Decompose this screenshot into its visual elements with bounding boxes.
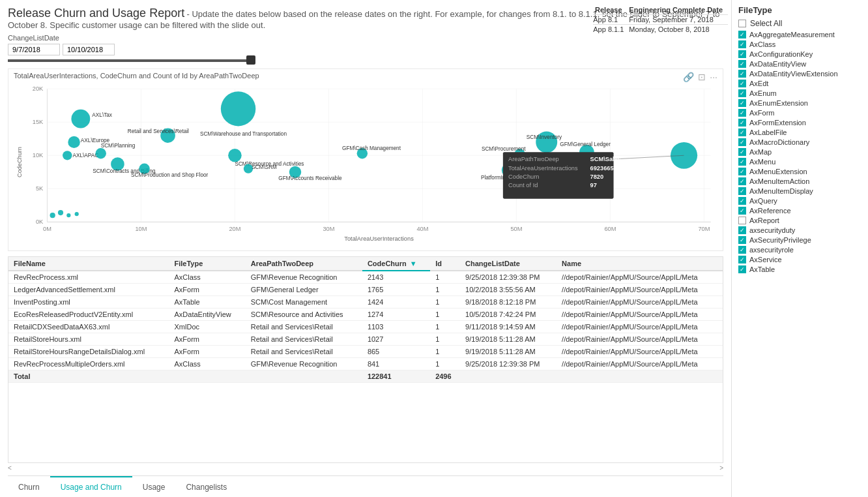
svg-text:15K: 15K (33, 119, 44, 125)
filter-item[interactable]: AxReport (738, 217, 861, 224)
filter-checkbox[interactable] (738, 256, 746, 264)
filter-checkbox[interactable] (738, 31, 746, 38)
filter-item[interactable]: AxSecurityPrivilege (738, 236, 861, 244)
cell-name: //depot/Rainier/AppMU/Source/AppIL/Meta (557, 296, 723, 309)
chart-more-icon[interactable]: ··· (710, 72, 717, 82)
col-header-filename[interactable]: FileName (8, 257, 169, 271)
filter-checkbox[interactable] (738, 138, 746, 146)
bubble-axl-apac[interactable] (63, 151, 72, 160)
select-all-label[interactable]: Select All (750, 19, 782, 28)
select-all-checkbox[interactable] (738, 20, 746, 27)
bubble-scm-sales[interactable] (671, 142, 697, 169)
cell-filename: EcoResReleasedProductV2Entity.xml (8, 309, 169, 321)
filter-item[interactable]: axsecurityrole (738, 246, 861, 254)
release-col-header: Release (593, 5, 629, 15)
filter-checkbox[interactable] (738, 207, 746, 215)
chart-section: TotalAreaUserInteractions, CodeChurn and… (8, 68, 723, 251)
filter-checkbox[interactable] (738, 60, 746, 68)
filter-items-container: AxAggregateMeasurement AxClass AxConfigu… (738, 31, 861, 273)
filter-checkbox[interactable] (738, 80, 746, 87)
filter-item[interactable]: AxEnum (738, 89, 861, 97)
col-header-date[interactable]: ChangeListDate (460, 257, 557, 271)
filter-checkbox[interactable] (738, 265, 746, 273)
filter-item[interactable]: AxService (738, 256, 861, 264)
chart-link-icon[interactable]: 🔗 (683, 72, 694, 82)
filter-item[interactable]: AxEnumExtension (738, 99, 861, 107)
col-header-codechurn[interactable]: CodeChurn ▼ (362, 257, 430, 271)
filter-item[interactable]: AxEdt (738, 80, 861, 87)
slider-track[interactable] (8, 59, 255, 62)
filter-item[interactable]: AxConfigurationKey (738, 50, 861, 58)
chart-icons: 🔗 ⊡ ··· (683, 72, 717, 82)
col-header-name[interactable]: Name (557, 257, 723, 271)
filter-checkbox[interactable] (738, 148, 746, 156)
filter-checkbox[interactable] (738, 119, 746, 127)
cell-filetype: AxForm (169, 333, 246, 346)
col-header-id[interactable]: Id (430, 257, 460, 271)
svg-text:10K: 10K (33, 152, 44, 158)
svg-text:60M: 60M (604, 226, 616, 232)
filter-item[interactable]: AxMenuItemAction (738, 177, 861, 185)
scroll-right: > (719, 464, 723, 472)
filter-checkbox[interactable] (738, 226, 746, 234)
bubble-small-1[interactable] (50, 213, 55, 218)
bubble-small-4[interactable] (75, 212, 79, 216)
col-header-filetype[interactable]: FileType (169, 257, 246, 271)
filter-checkbox[interactable] (738, 236, 746, 244)
filter-checkbox[interactable] (738, 50, 746, 58)
filter-item[interactable]: AxDataEntityView (738, 60, 861, 68)
filter-item[interactable]: AxQuery (738, 197, 861, 205)
filter-item[interactable]: AxTable (738, 265, 861, 273)
svg-text:0M: 0M (43, 226, 51, 232)
filter-checkbox[interactable] (738, 197, 746, 205)
cell-name: //depot/Rainier/AppMU/Source/AppIL/Meta (557, 346, 723, 358)
filter-checkbox[interactable] (738, 109, 746, 117)
filter-checkbox[interactable] (738, 128, 746, 136)
bubble-scm-planning[interactable] (95, 148, 106, 158)
bubble-small-3[interactable] (66, 213, 70, 217)
filter-item[interactable]: AxMacroDictionary (738, 138, 861, 146)
filter-checkbox[interactable] (738, 99, 746, 107)
filter-item[interactable]: AxAggregateMeasurement (738, 31, 861, 38)
tab-changelists[interactable]: Changelists (175, 476, 237, 497)
filter-item[interactable]: axsecurityduty (738, 226, 861, 234)
slider-end-date[interactable] (63, 44, 115, 55)
bubble-axl-tax[interactable] (71, 110, 90, 128)
tab-usage-and-churn[interactable]: Usage and Churn (50, 476, 132, 497)
filter-item[interactable]: AxForm (738, 109, 861, 117)
filter-checkbox[interactable] (738, 168, 746, 175)
filter-checkbox[interactable] (738, 40, 746, 48)
bubble-scm-warehouse[interactable] (221, 91, 255, 126)
tab-churn[interactable]: Churn (8, 476, 50, 497)
filter-checkbox[interactable] (738, 177, 746, 185)
cell-area: SCM\Resource and Activities (246, 309, 362, 321)
bubble-small-2[interactable] (58, 210, 63, 215)
chart-expand-icon[interactable]: ⊡ (698, 72, 706, 82)
filter-item[interactable]: AxMenu (738, 158, 861, 166)
bubble-axl-europe[interactable] (68, 136, 80, 148)
col-header-area[interactable]: AreaPathTwoDeep (246, 257, 362, 271)
tab-usage[interactable]: Usage (132, 476, 176, 497)
filter-checkbox[interactable] (738, 158, 746, 166)
filter-item[interactable]: AxClass (738, 40, 861, 48)
cell-id: 1 (430, 333, 460, 346)
filter-item[interactable]: AxDataEntityViewExtension (738, 70, 861, 78)
filter-checkbox[interactable] (738, 187, 746, 195)
filter-checkbox[interactable] (738, 246, 746, 254)
data-table-wrapper[interactable]: FileName FileType AreaPathTwoDeep CodeCh… (8, 256, 723, 463)
slider-start-date[interactable] (8, 44, 60, 55)
slider-thumb-right[interactable] (246, 55, 255, 65)
filter-item[interactable]: AxReference (738, 207, 861, 215)
filter-item[interactable]: AxFormExtension (738, 119, 861, 127)
filter-checkbox[interactable] (738, 89, 746, 97)
filter-checkbox[interactable] (738, 217, 746, 224)
filter-item[interactable]: AxLabelFile (738, 128, 861, 136)
filter-item[interactable]: AxMenuExtension (738, 168, 861, 175)
filter-item[interactable]: AxMap (738, 148, 861, 156)
filter-item[interactable]: AxMenuItemDisplay (738, 187, 861, 195)
filter-checkbox[interactable] (738, 70, 746, 78)
bubble-scm-resource[interactable] (228, 149, 242, 162)
slider-thumb-left[interactable] (8, 55, 17, 65)
cell-filename: RevRecProcessMultipleOrders.xml (8, 358, 169, 370)
cell-filename: RetailStoreHoursRangeDetailsDialog.xml (8, 346, 169, 358)
